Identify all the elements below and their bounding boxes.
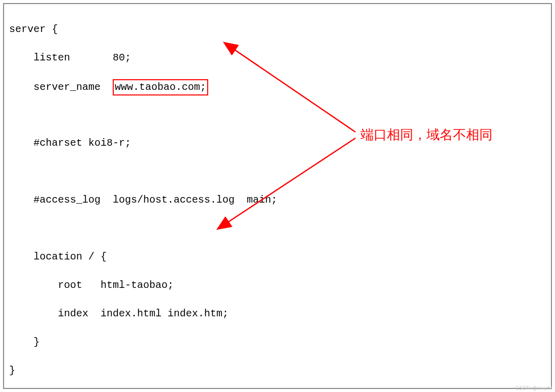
code-line: location / { bbox=[9, 250, 546, 264]
code-line: index index.html index.htm; bbox=[9, 307, 546, 321]
watermark: CSDN @overfil bbox=[515, 385, 552, 391]
code-line bbox=[9, 108, 546, 122]
code-line bbox=[9, 221, 546, 236]
code-line: #access_log logs/host.access.log main; bbox=[9, 193, 546, 207]
code-line: listen 80; bbox=[9, 51, 546, 65]
code-line bbox=[9, 165, 546, 179]
code-line: server { bbox=[9, 22, 546, 37]
code-block: server { listen 80; server_name www.taob… bbox=[3, 3, 552, 389]
highlight-server-name-1: www.taobao.com; bbox=[113, 79, 208, 95]
code-line: } bbox=[9, 335, 546, 349]
code-text: server_name bbox=[9, 81, 113, 93]
code-line: server_name www.taobao.com; bbox=[9, 79, 546, 93]
code-line: root html-taobao; bbox=[9, 278, 546, 292]
annotation-label: 端口相同，域名不相同 bbox=[361, 126, 493, 144]
code-line: } bbox=[9, 364, 546, 378]
